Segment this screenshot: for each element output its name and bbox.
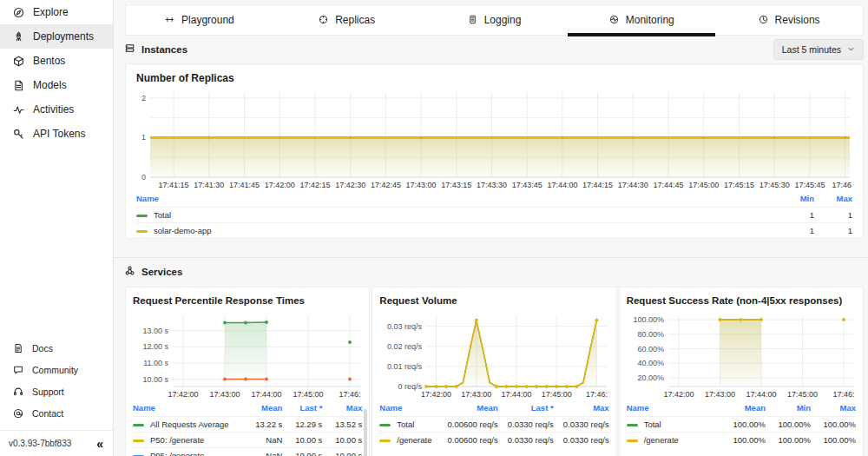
svg-text:13.00 s: 13.00 s xyxy=(142,327,168,335)
tab-replicas[interactable]: Replicas xyxy=(273,5,421,35)
legend-col-mean[interactable]: Mean xyxy=(242,400,282,417)
svg-text:17:42:00: 17:42:00 xyxy=(168,390,198,399)
replicas-chart: 01217:41:1517:41:3017:41:4517:42:0017:42… xyxy=(136,87,852,191)
request-volume-chart: 0.03 req/s0.02 req/s0.01 req/s0 req/s17:… xyxy=(379,310,608,400)
legend-col-max[interactable]: Max xyxy=(811,400,856,417)
legend-col-mean[interactable]: Mean xyxy=(443,400,498,417)
sidebar-footer: v0.3.93-7bbf833 « xyxy=(0,430,113,456)
legend-row-total[interactable]: Total0.00600 req/s0.0330 req/s0.0330 req… xyxy=(379,417,608,433)
version-label: v0.3.93-7bbf833 xyxy=(9,439,71,448)
legend-scrollbar[interactable] xyxy=(364,409,367,456)
legend-col-mean[interactable]: Mean xyxy=(720,400,766,417)
svg-text:17:45:45: 17:45:45 xyxy=(794,181,825,189)
series-swatch xyxy=(627,439,638,442)
svg-text:17:44:00: 17:44:00 xyxy=(547,181,577,189)
svg-text:0.02 req/s: 0.02 req/s xyxy=(387,342,423,351)
legend-row-total[interactable]: Total100.00%100.00%100.00% xyxy=(627,417,856,433)
svg-text:1: 1 xyxy=(141,133,146,142)
legend-col-name[interactable]: Name xyxy=(133,400,242,417)
sidebar-item-models[interactable]: Models xyxy=(0,73,113,97)
server-icon xyxy=(125,43,135,54)
rocket-icon xyxy=(13,31,24,43)
svg-text:10.00 s: 10.00 s xyxy=(142,375,168,384)
legend-col-name[interactable]: Name xyxy=(379,400,442,417)
legend-col-name[interactable]: Name xyxy=(627,400,720,417)
legend-row-p95-generate[interactable]: P95: /generateNaN10.00 s10.00 s xyxy=(133,448,362,456)
tab-playground[interactable]: Playground xyxy=(126,5,273,35)
sidebar-spacer xyxy=(0,146,113,337)
svg-text:17:44:45: 17:44:45 xyxy=(653,181,683,189)
svg-text:17:43:45: 17:43:45 xyxy=(512,181,542,189)
sidebar-item-contact[interactable]: Contact xyxy=(0,402,113,424)
legend-col-max[interactable]: Max xyxy=(554,400,609,417)
instances-section-title: Instances xyxy=(125,43,187,56)
legend-col-name[interactable]: Name xyxy=(136,191,776,208)
legend-table: NameMeanMinMaxTotal100.00%100.00%100.00%… xyxy=(627,400,856,447)
services-icon-slot xyxy=(125,266,135,278)
main-content: PlaygroundReplicasLoggingMonitoringRevis… xyxy=(114,0,868,456)
tab-monitoring[interactable]: Monitoring xyxy=(568,5,715,35)
svg-text:17:45:00: 17:45:00 xyxy=(293,390,323,399)
sidebar-item-activities[interactable]: Activities xyxy=(0,97,113,122)
time-range-button[interactable]: Last 5 minutes xyxy=(773,39,864,60)
series-swatch xyxy=(133,424,144,426)
legend-col-min[interactable]: Min xyxy=(766,400,811,417)
legend-col-last[interactable]: Last * xyxy=(498,400,554,417)
request-volume-legend: NameMeanLast *MaxTotal0.00600 req/s0.033… xyxy=(379,400,608,447)
legend-row-generate[interactable]: /generate100.00%100.00%100.00% xyxy=(627,433,856,448)
collapse-sidebar-icon[interactable]: « xyxy=(96,437,103,451)
svg-text:20.00%: 20.00% xyxy=(637,373,664,382)
svg-text:17:44:00: 17:44:00 xyxy=(251,390,281,399)
instances-section-header: Instances Last 5 minutes xyxy=(125,36,864,63)
response-times-chart: 13.00 s12.00 s11.00 s10.00 s17:42:0017:4… xyxy=(133,310,362,400)
series-swatch xyxy=(379,424,391,426)
caret-icon xyxy=(847,45,855,53)
svg-text:17:42:00: 17:42:00 xyxy=(663,390,694,399)
sidebar-item-api-tokens[interactable]: API Tokens xyxy=(0,122,113,146)
sidebar-item-community[interactable]: Community xyxy=(0,359,113,380)
svg-text:17:43:15: 17:43:15 xyxy=(441,181,471,189)
svg-text:17:46:: 17:46: xyxy=(832,390,854,399)
series-swatch xyxy=(133,439,144,442)
legend-row-total[interactable]: Total11 xyxy=(136,208,852,223)
sidebar-item-explore[interactable]: Explore xyxy=(0,0,113,24)
sidebar-item-docs[interactable]: Docs xyxy=(0,337,113,359)
svg-text:17:46:: 17:46: xyxy=(586,390,608,399)
svg-text:17:43:30: 17:43:30 xyxy=(477,181,507,189)
request-volume-title: Request Volume xyxy=(379,295,608,306)
chat-icon xyxy=(13,365,23,375)
series-swatch xyxy=(379,439,391,442)
success-rate-card: Request Success Rate (non-4|5xx response… xyxy=(619,287,864,456)
series-swatch xyxy=(627,424,638,426)
legend-col-max[interactable]: Max xyxy=(814,191,852,208)
sidebar: ExploreDeploymentsBentosModelsActivities… xyxy=(0,0,114,456)
network-icon xyxy=(125,266,135,276)
headset-icon xyxy=(13,387,23,397)
svg-text:17:45:30: 17:45:30 xyxy=(760,181,790,189)
legend-row-all-requests-average[interactable]: All Requests Average13.22 s12.29 s13.52 … xyxy=(133,417,362,433)
svg-text:17:43:00: 17:43:00 xyxy=(209,390,240,399)
sidebar-footer-nav: DocsCommunitySupportContact xyxy=(0,337,113,424)
svg-text:17:41:45: 17:41:45 xyxy=(229,181,260,189)
legend-table: NameMinMaxTotal11solar-demo-app11 xyxy=(136,191,852,238)
svg-text:17:44:00: 17:44:00 xyxy=(746,390,776,399)
svg-text:17:44:00: 17:44:00 xyxy=(502,390,532,399)
legend-col-last[interactable]: Last * xyxy=(282,400,322,417)
legend-row-solar-demo-app[interactable]: solar-demo-app11 xyxy=(136,223,852,239)
legend-row-p50-generate[interactable]: P50: /generateNaN10.00 s10.00 s xyxy=(133,433,362,448)
tab-revisions[interactable]: Revisions xyxy=(715,5,863,35)
svg-text:0.03 req/s: 0.03 req/s xyxy=(387,322,423,331)
svg-text:17:42:00: 17:42:00 xyxy=(421,390,451,399)
legend-col-max[interactable]: Max xyxy=(322,400,362,417)
svg-text:100.00%: 100.00% xyxy=(633,315,664,324)
legend-col-min[interactable]: Min xyxy=(776,191,814,208)
sidebar-item-support[interactable]: Support xyxy=(0,380,113,402)
legend-row-generate[interactable]: /generate0.00600 req/s0.0330 req/s0.0330… xyxy=(379,433,608,448)
tab-logging[interactable]: Logging xyxy=(421,5,569,35)
sidebar-item-deployments[interactable]: Deployments xyxy=(0,24,113,49)
svg-text:17:46:0: 17:46:0 xyxy=(832,181,852,189)
sidebar-item-bentos[interactable]: Bentos xyxy=(0,49,113,73)
chevron-down-icon xyxy=(847,44,855,55)
replicas-chart-card: Number of Replicas 01217:41:1517:41:3017… xyxy=(125,63,864,239)
svg-text:0 req/s: 0 req/s xyxy=(398,382,423,391)
